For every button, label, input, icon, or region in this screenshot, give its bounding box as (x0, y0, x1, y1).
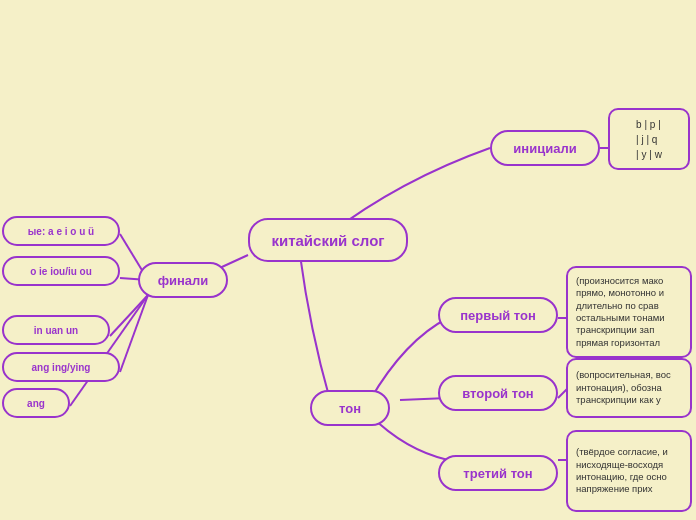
finaly-item-4: ang ing/ying (2, 352, 120, 382)
svg-line-5 (70, 295, 148, 406)
vtoroy-ton-text: (вопросительная, вос интонация), обозна … (566, 358, 692, 418)
vtoroy-ton-node: второй тон (438, 375, 558, 411)
svg-line-4 (120, 295, 148, 372)
finaly-item-1: ые: a e i o u ü (2, 216, 120, 246)
svg-line-3 (110, 295, 148, 336)
perviy-ton-node: первый тон (438, 297, 558, 333)
inicialy-node: инициали (490, 130, 600, 166)
tretiy-ton-text: (твёрдое согласие, и нисходяще-восходя и… (566, 430, 692, 512)
finaly-item-5: ang (2, 388, 70, 418)
finaly-node: финали (138, 262, 228, 298)
perviy-ton-text: (произносится мако прямо, монотонно и дл… (566, 266, 692, 358)
inicialy-content-box: b | p || j | q| y | w (608, 108, 690, 170)
finaly-item-3: in uan un (2, 315, 110, 345)
ton-node: тон (310, 390, 390, 426)
center-node: китайский слог (248, 218, 408, 262)
finaly-item-2: o ie iou/iu ou (2, 256, 120, 286)
tretiy-ton-node: третий тон (438, 455, 558, 491)
